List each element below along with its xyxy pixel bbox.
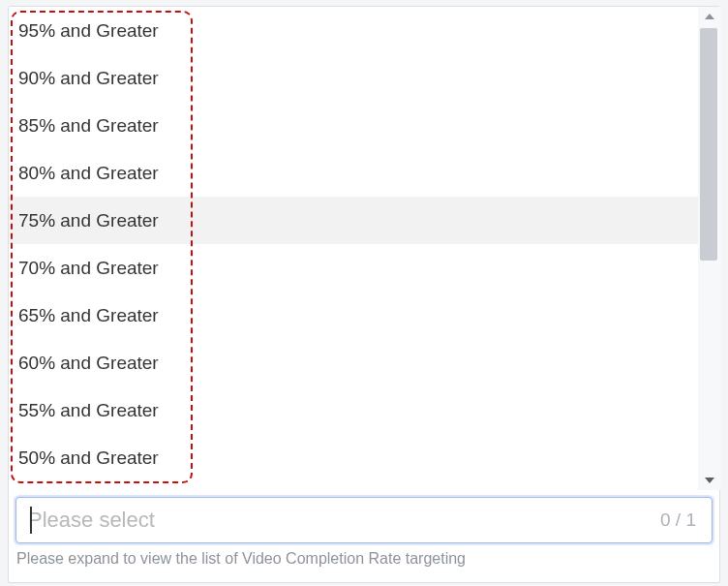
option-label: 75% and Greater bbox=[18, 210, 159, 231]
option-80[interactable]: 80% and Greater bbox=[9, 149, 698, 197]
select-field[interactable]: 0 / 1 bbox=[15, 497, 713, 543]
scrollbar[interactable] bbox=[698, 7, 721, 490]
scrollbar-thumb[interactable] bbox=[700, 28, 717, 261]
option-70[interactable]: 70% and Greater bbox=[9, 244, 698, 292]
option-label: 55% and Greater bbox=[18, 400, 159, 420]
svg-marker-0 bbox=[705, 14, 714, 19]
helper-text: Please expand to view the list of Video … bbox=[16, 550, 466, 568]
svg-marker-1 bbox=[705, 478, 714, 483]
option-label: 50% and Greater bbox=[18, 447, 159, 468]
dropdown-options: 95% and Greater 90% and Greater 85% and … bbox=[9, 7, 698, 490]
selection-counter: 0 / 1 bbox=[660, 509, 712, 531]
option-label: 70% and Greater bbox=[18, 258, 159, 278]
option-label: 60% and Greater bbox=[18, 353, 159, 373]
option-label: 85% and Greater bbox=[18, 115, 159, 136]
option-95[interactable]: 95% and Greater bbox=[9, 7, 698, 54]
scroll-up-button[interactable] bbox=[698, 7, 721, 26]
text-caret bbox=[30, 507, 32, 534]
scroll-down-button[interactable] bbox=[698, 471, 721, 490]
select-panel: 95% and Greater 90% and Greater 85% and … bbox=[8, 6, 720, 583]
option-55[interactable]: 55% and Greater bbox=[9, 386, 698, 434]
option-50[interactable]: 50% and Greater bbox=[9, 434, 698, 481]
chevron-up-icon bbox=[704, 13, 715, 20]
option-label: 65% and Greater bbox=[18, 305, 159, 325]
option-65[interactable]: 65% and Greater bbox=[9, 292, 698, 339]
chevron-down-icon bbox=[704, 477, 715, 484]
option-90[interactable]: 90% and Greater bbox=[9, 54, 698, 102]
dropdown-popup: 95% and Greater 90% and Greater 85% and … bbox=[9, 7, 721, 490]
option-label: 90% and Greater bbox=[18, 68, 159, 88]
option-label: 95% and Greater bbox=[18, 20, 159, 41]
option-label: 80% and Greater bbox=[18, 163, 159, 183]
option-75[interactable]: 75% and Greater bbox=[9, 197, 698, 244]
option-60[interactable]: 60% and Greater bbox=[9, 339, 698, 386]
select-input[interactable] bbox=[16, 498, 660, 542]
option-85[interactable]: 85% and Greater bbox=[9, 102, 698, 149]
